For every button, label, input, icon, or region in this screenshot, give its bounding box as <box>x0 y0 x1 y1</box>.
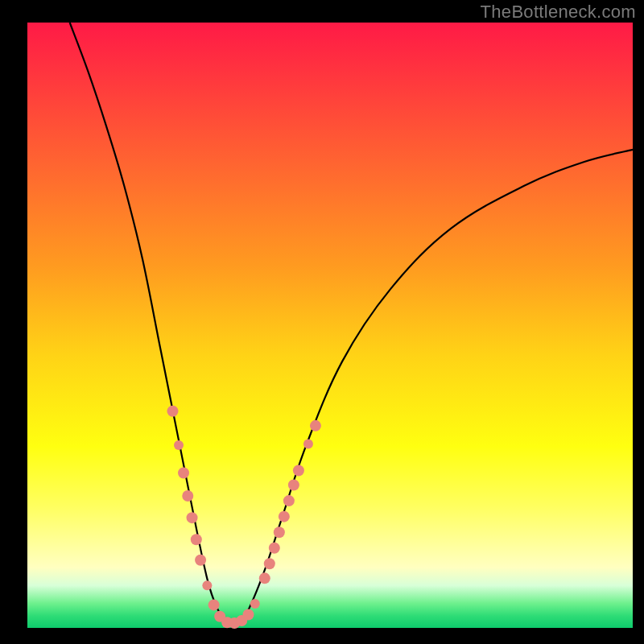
data-bead <box>288 480 299 491</box>
plot-area <box>27 23 633 628</box>
data-bead <box>174 440 184 450</box>
data-bead <box>167 406 178 417</box>
data-bead <box>178 467 189 478</box>
data-bead <box>202 580 212 590</box>
data-bead <box>274 526 285 538</box>
data-bead <box>279 511 290 522</box>
data-bead <box>310 420 321 431</box>
curve-beads <box>167 406 320 629</box>
curve-svg <box>27 23 633 628</box>
data-bead <box>283 495 295 506</box>
data-bead <box>191 534 202 545</box>
data-bead <box>250 599 260 609</box>
data-bead <box>269 543 280 554</box>
curve-right-branch <box>233 150 633 628</box>
data-bead <box>264 558 275 569</box>
data-bead <box>182 490 193 502</box>
chart-frame: TheBottleneck.com <box>0 0 644 644</box>
watermark-text: TheBottleneck.com <box>481 2 636 23</box>
data-bead <box>293 464 304 476</box>
curve-left-branch <box>70 23 233 628</box>
data-bead <box>303 439 313 448</box>
data-bead <box>187 512 198 523</box>
data-bead <box>242 609 254 620</box>
data-bead <box>259 572 270 584</box>
data-bead <box>208 599 220 610</box>
data-bead <box>195 555 206 566</box>
